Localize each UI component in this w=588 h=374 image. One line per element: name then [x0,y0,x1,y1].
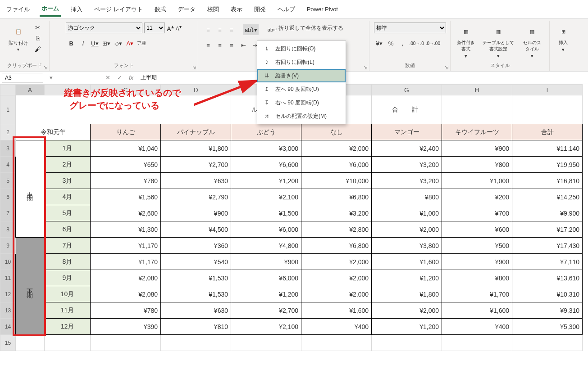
data-cell[interactable]: ¥3,200 [372,157,442,173]
data-cell[interactable]: ¥6,600 [231,157,301,173]
data-cell[interactable]: ¥2,600 [91,205,161,221]
clipboard-dialog-launcher[interactable]: ⇲ [44,65,47,70]
tab-formulas[interactable]: 数式 [153,3,168,16]
data-cell[interactable]: ¥3,200 [301,205,372,221]
data-cell[interactable]: ¥540 [161,254,231,270]
data-cell[interactable]: ¥1,200 [231,286,301,302]
period-upper[interactable]: 上半期 [16,140,45,238]
decrease-font-icon[interactable]: A▾ [176,24,182,32]
data-cell[interactable]: ¥700 [442,205,512,221]
cancel-formula-icon[interactable]: ✕ [102,72,114,84]
data-cell[interactable]: ¥390 [91,319,161,335]
month-cell[interactable]: 12月 [45,319,91,335]
tab-view[interactable]: 表示 [229,3,244,16]
number-dialog-launcher[interactable]: ⇲ [445,65,448,70]
number-format-select[interactable]: 標準 [374,23,446,33]
rowhead-2[interactable]: 2 [0,124,16,140]
ruby-button[interactable]: ア亜 [136,38,147,49]
currency-icon[interactable]: ¥▾ [374,38,385,49]
tab-home[interactable]: ホーム [40,2,61,17]
align-left-icon[interactable]: ≡ [203,40,214,50]
tab-developer[interactable]: 開発 [252,3,268,16]
align-top-icon[interactable]: ≡ [203,24,214,35]
tab-help[interactable]: ヘルプ [276,3,297,16]
align-bottom-icon[interactable]: ≡ [226,24,237,35]
align-middle-icon[interactable]: ≡ [214,24,225,35]
month-cell[interactable]: 11月 [45,302,91,319]
era-header[interactable]: 令和元年 [16,124,91,140]
data-cell[interactable]: ¥1,200 [231,173,301,189]
tab-review[interactable]: 校閲 [205,3,221,16]
data-cell[interactable]: ¥17,200 [512,221,583,238]
data-cell[interactable]: ¥2,000 [301,140,372,157]
namebox-dropdown-icon[interactable]: ▾ [45,72,57,84]
data-cell[interactable]: ¥6,000 [231,221,301,238]
data-cell[interactable]: ¥1,170 [91,238,161,254]
wrap-text-icon[interactable]: ab↵ [267,24,278,35]
data-cell[interactable]: ¥6,000 [301,157,372,173]
data-cell[interactable]: ¥9,900 [512,205,583,221]
data-cell[interactable]: ¥6,800 [301,189,372,205]
month-cell[interactable]: 10月 [45,286,91,302]
formula-input[interactable] [137,73,588,83]
colhead-H[interactable]: H [442,85,512,95]
data-cell[interactable]: ¥2,000 [372,221,442,238]
data-cell[interactable]: ¥2,000 [301,254,372,270]
data-cell[interactable]: ¥630 [161,173,231,189]
format-painter-icon[interactable]: 🖌 [33,44,43,54]
copy-icon[interactable]: ⎘ [33,33,43,43]
font-name-select[interactable]: 游ゴシック [66,23,142,33]
rotate-cw-item[interactable]: ⤸右回りに回転(L) [257,55,346,69]
align-right-icon[interactable]: ≡ [226,40,237,50]
fill-color-button[interactable]: ◇▾ [113,38,123,49]
decrease-decimal-icon[interactable]: .0→.00 [425,38,441,49]
col-header[interactable]: パイナップル [161,124,231,140]
tab-page-layout[interactable]: ページ レイアウト [92,3,145,16]
data-cell[interactable]: ¥900 [231,254,301,270]
vertical-text-item[interactable]: ⇊縦書き(V) [257,69,346,82]
data-cell[interactable]: ¥1,200 [372,270,442,286]
col-header[interactable]: マンゴー [372,124,442,140]
data-cell[interactable]: ¥4,800 [231,238,301,254]
data-cell[interactable]: ¥6,000 [231,270,301,286]
rowhead-1[interactable]: 1 [0,95,16,124]
data-cell[interactable]: ¥9,310 [512,302,583,319]
month-cell[interactable]: 9月 [45,270,91,286]
data-cell[interactable]: ¥1,530 [161,270,231,286]
bold-button[interactable]: B [66,38,77,49]
rowhead-6[interactable]: 6 [0,189,16,205]
data-cell[interactable]: ¥3,000 [231,140,301,157]
col-header[interactable]: ぶどう [231,124,301,140]
data-cell[interactable]: ¥630 [161,302,231,319]
data-cell[interactable]: ¥200 [442,189,512,205]
data-cell[interactable]: ¥2,100 [231,189,301,205]
period-lower[interactable]: 下半期 [16,238,45,335]
data-cell[interactable]: ¥780 [91,173,161,189]
paste-button[interactable]: 📋 貼り付け ▾ [7,23,30,54]
rowhead-5[interactable]: 5 [0,173,16,189]
month-cell[interactable]: 6月 [45,221,91,238]
insert-cells-button[interactable]: ⊞ 挿入▾ [554,23,572,54]
select-all[interactable] [0,85,16,95]
alignment-settings-item[interactable]: ⤭セルの配置の設定(M) [257,109,346,123]
col-header[interactable]: りんご [91,124,161,140]
colhead-A[interactable]: A [16,85,45,95]
font-dialog-launcher[interactable]: ⇲ [192,65,196,70]
data-cell[interactable]: ¥7,110 [512,254,583,270]
data-cell[interactable]: ¥17,430 [512,238,583,254]
data-cell[interactable]: ¥2,800 [301,221,372,238]
align-center-icon[interactable]: ≡ [214,40,225,50]
percent-icon[interactable]: % [386,38,397,49]
data-cell[interactable]: ¥2,000 [301,286,372,302]
data-cell[interactable]: ¥400 [442,319,512,335]
month-cell[interactable]: 5月 [45,205,91,221]
data-cell[interactable]: ¥3,200 [372,173,442,189]
decrease-indent-icon[interactable]: ⇤ [238,40,249,50]
data-cell[interactable]: ¥1,200 [372,319,442,335]
rowhead-14[interactable]: 14 [0,319,16,335]
data-cell[interactable]: ¥1,600 [372,254,442,270]
data-cell[interactable]: ¥900 [442,140,512,157]
tab-insert[interactable]: 挿入 [69,3,84,16]
data-cell[interactable]: ¥16,810 [512,173,583,189]
data-cell[interactable]: ¥400 [301,319,372,335]
